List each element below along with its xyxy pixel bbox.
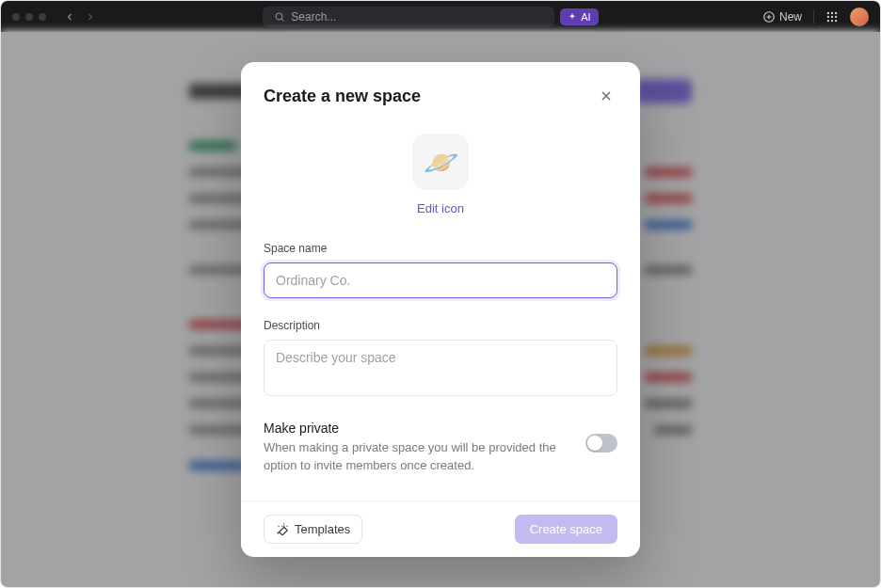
space-name-input[interactable] (264, 262, 617, 298)
wand-icon (276, 522, 289, 535)
new-label: New (779, 10, 802, 24)
svg-point-9 (831, 15, 833, 17)
svg-line-1 (282, 19, 284, 21)
nav-back-button[interactable] (61, 8, 78, 25)
planet-icon: 🪐 (424, 146, 458, 179)
svg-point-0 (276, 13, 282, 20)
search-input[interactable]: Search... (263, 7, 554, 27)
templates-label: Templates (295, 522, 350, 536)
create-space-button[interactable]: Create space (515, 515, 617, 544)
svg-point-12 (831, 19, 833, 21)
modal-title: Create a new space (264, 87, 421, 106)
svg-point-13 (835, 19, 837, 21)
svg-point-6 (831, 11, 833, 13)
divider (813, 10, 814, 24)
apps-grid-icon[interactable] (825, 10, 839, 24)
make-private-description: When making a private space you will be … (264, 439, 570, 473)
new-button[interactable]: New (762, 10, 802, 24)
svg-point-7 (835, 11, 837, 13)
svg-point-11 (827, 19, 829, 21)
templates-button[interactable]: Templates (264, 515, 362, 544)
svg-point-8 (827, 15, 829, 17)
close-icon (599, 88, 614, 103)
edit-icon-link[interactable]: Edit icon (417, 201, 464, 215)
sparkle-icon (568, 12, 577, 22)
plus-circle-icon (762, 10, 776, 24)
ai-label: AI (581, 11, 590, 23)
description-label: Description (264, 319, 617, 332)
space-icon-preview[interactable]: 🪐 (412, 134, 469, 190)
toggle-knob (587, 436, 602, 451)
window-traffic-lights (12, 13, 46, 21)
create-space-modal: Create a new space 🪐 Edit icon Space nam… (241, 62, 640, 556)
modal-overlay: Create a new space 🪐 Edit icon Space nam… (1, 32, 880, 587)
description-input[interactable] (264, 340, 617, 396)
ai-button[interactable]: AI (560, 8, 598, 25)
search-icon (274, 11, 285, 23)
make-private-title: Make private (264, 421, 570, 436)
close-button[interactable] (595, 85, 617, 107)
search-placeholder: Search... (291, 10, 336, 24)
avatar[interactable] (850, 8, 869, 26)
svg-point-5 (827, 11, 829, 13)
space-name-label: Space name (264, 242, 617, 255)
make-private-toggle[interactable] (585, 434, 617, 453)
nav-forward-button[interactable] (82, 8, 99, 25)
svg-point-10 (835, 15, 837, 17)
